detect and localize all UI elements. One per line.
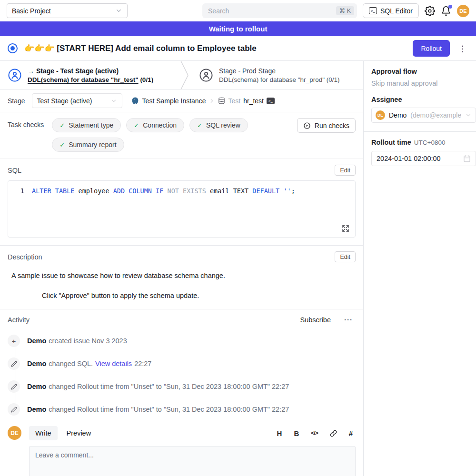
check-pass-icon: ✓: [60, 141, 65, 149]
run-icon: [303, 122, 311, 129]
check-summary-report[interactable]: ✓Summary report: [52, 138, 124, 152]
heading-format-button[interactable]: H: [277, 429, 282, 437]
calendar-icon: [463, 155, 471, 162]
description-label: Description: [8, 253, 42, 261]
stage-prod-stage[interactable]: Stage - Prod Stage DDL(schema) for datab…: [191, 61, 347, 89]
tab-preview[interactable]: Preview: [60, 426, 98, 440]
status-banner: Waiting to rollout: [0, 21, 476, 36]
notification-dot: [448, 5, 452, 9]
open-in-sql-editor-icon[interactable]: >_: [267, 98, 275, 104]
stage-prod-title: Stage - Prod Stage: [219, 67, 339, 75]
activity-time: 22:27: [134, 360, 151, 367]
chevron-down-icon: [465, 112, 472, 119]
project-selector[interactable]: Basic Project: [7, 3, 128, 18]
activity-more-button[interactable]: ···: [341, 315, 356, 324]
stage-select[interactable]: Test Stage (active): [32, 93, 122, 108]
issue-header: 👉👉👉 [START HERE] Add email column to Emp…: [0, 36, 476, 61]
approval-assignee-section: Approval flow Skip manual approval Assig…: [364, 61, 476, 132]
assignee-label: Assignee: [371, 96, 476, 103]
stage-prod-task: DDL(schema) for database "hr_prod" (0/1): [219, 76, 339, 83]
assignee-email: (demo@example: [410, 111, 461, 119]
description-edit-button[interactable]: Edit: [335, 251, 356, 262]
rollout-time-input[interactable]: 2024-01-01 02:00:00: [371, 151, 476, 166]
notifications-button[interactable]: [441, 6, 451, 16]
assignee-select[interactable]: DE Demo (demo@example: [371, 108, 476, 123]
main-panel: → Stage - Test Stage (active) DDL(schema…: [0, 61, 363, 476]
check-connection[interactable]: ✓Connection: [126, 118, 184, 132]
terminal-icon: >_: [369, 7, 377, 14]
sql-code-block[interactable]: 1ALTER TABLE employee ADD COLUMN IF NOT …: [8, 180, 356, 238]
search-shortcut-kbd: ⌘ K: [336, 6, 354, 15]
link-format-button[interactable]: [330, 430, 337, 437]
check-pass-icon: ✓: [197, 122, 202, 129]
project-selector-value: Basic Project: [12, 7, 51, 15]
description-line-1: A sample issue to showcase how to review…: [11, 272, 356, 279]
activity-text: changed SQL.: [49, 360, 93, 367]
timezone-label: UTC+0800: [414, 139, 446, 146]
instance-name[interactable]: Test Sample Instance: [142, 97, 206, 105]
issue-status-icon: [8, 43, 18, 53]
comment-input[interactable]: [29, 446, 356, 476]
database-icon: [218, 97, 225, 104]
sql-section: SQL Edit 1ALTER TABLE employee ADD COLUM…: [0, 159, 363, 246]
sql-editor-button[interactable]: >_ SQL Editor: [363, 3, 419, 18]
sql-code-line: 1ALTER TABLE employee ADD COLUMN IF NOT …: [14, 187, 349, 195]
check-statement-type[interactable]: ✓Statement type: [52, 118, 121, 132]
subscribe-button[interactable]: Subscribe: [298, 316, 334, 324]
user-avatar[interactable]: DE: [457, 5, 469, 17]
activity-label: Activity: [8, 316, 30, 324]
top-bar: Basic Project ⌘ K >_ SQL Editor DE: [0, 0, 476, 21]
expand-icon: [342, 225, 349, 232]
gear-icon: [425, 6, 435, 16]
database-name[interactable]: hr_test: [243, 97, 264, 105]
check-sql-review[interactable]: ✓SQL review: [189, 118, 248, 132]
code-format-button[interactable]: </>: [311, 430, 317, 436]
pencil-icon: [8, 403, 20, 416]
search-input[interactable]: [207, 7, 332, 15]
stage-test-title: → Stage - Test Stage (active): [28, 67, 153, 75]
timeline-connector: [16, 370, 16, 380]
sql-edit-button[interactable]: Edit: [335, 165, 356, 176]
comment-avatar-wrap: DE …: [8, 426, 21, 476]
view-details-link[interactable]: View details: [95, 360, 132, 367]
expand-sql-button[interactable]: [341, 224, 350, 233]
right-sidebar: Approval flow Skip manual approval Assig…: [363, 61, 476, 476]
approval-flow-value: Skip manual approval: [371, 79, 476, 87]
sql-editor-label: SQL Editor: [380, 7, 413, 15]
chevron-down-icon: [115, 7, 122, 14]
timeline-connector: [16, 347, 16, 357]
pencil-icon: [8, 380, 20, 393]
line-number: 1: [14, 187, 24, 195]
bold-format-button[interactable]: B: [294, 429, 299, 437]
rollout-time-value: 2024-01-01 02:00:00: [377, 155, 441, 162]
pencil-icon: [8, 357, 20, 370]
database-breadcrumb: Test Sample Instance Test hr_test >_: [131, 97, 275, 105]
tab-write[interactable]: Write: [29, 426, 58, 440]
postgresql-icon: [131, 97, 139, 105]
environment-label: Test: [228, 97, 240, 105]
task-checks-label: Task checks: [8, 121, 44, 129]
chevron-right-icon: [208, 98, 215, 104]
description-line-2: Click "Approve" button to apply the sche…: [42, 292, 356, 299]
settings-button[interactable]: [425, 6, 435, 16]
hash-format-button[interactable]: #: [349, 429, 353, 437]
stage-test-task: DDL(schema) for database "hr_test" (0/1): [28, 76, 153, 83]
run-checks-button[interactable]: Run checks: [297, 118, 356, 133]
check-pass-icon: ✓: [134, 122, 139, 129]
activity-text: changed Rollout time from "Unset" to "Su…: [49, 383, 289, 390]
stage-arrow: →: [28, 67, 34, 75]
search-box[interactable]: ⌘ K: [202, 3, 357, 18]
timeline-connector: [16, 393, 16, 403]
comment-avatar: DE: [8, 426, 21, 440]
stage-test-stage[interactable]: → Stage - Test Stage (active) DDL(schema…: [0, 61, 180, 89]
activity-list: + Democreated issue Nov 3 2023 Demochang…: [8, 335, 356, 416]
comment-editor: DE … Write Preview H B </> #: [0, 419, 363, 476]
activity-item: Demochanged Rollout time from "Unset" to…: [8, 380, 356, 393]
assignee-icon-inactive: [199, 68, 213, 82]
issue-menu-button[interactable]: ⋮: [456, 44, 468, 53]
activity-user: Demo: [27, 360, 46, 367]
stage-select-value: Test Stage (active): [37, 97, 92, 105]
rollout-button[interactable]: Rollout: [413, 40, 450, 57]
issue-title: 👉👉👉 [START HERE] Add email column to Emp…: [24, 43, 406, 53]
link-icon: [330, 430, 337, 437]
